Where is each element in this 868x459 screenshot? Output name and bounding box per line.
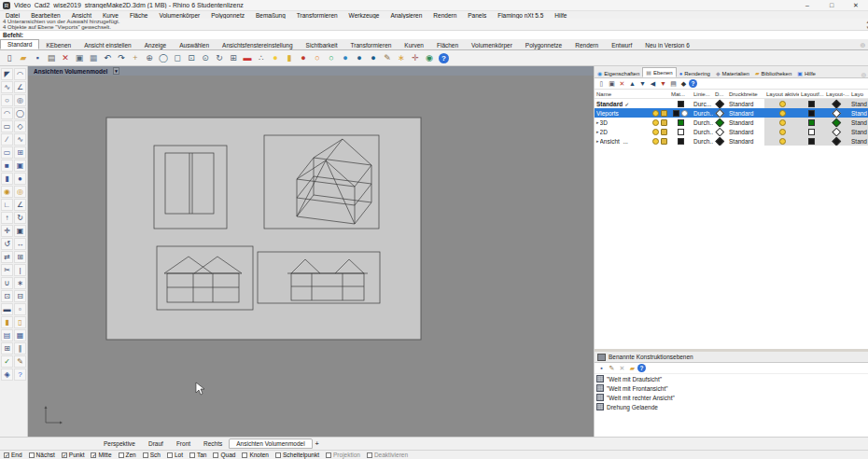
check-select-icon[interactable]: ✓: [1, 355, 13, 368]
cylinder-icon[interactable]: ▮: [1, 173, 13, 185]
rectangle-icon[interactable]: ▭: [1, 120, 13, 132]
layout-canvas[interactable]: [28, 76, 594, 437]
rendered-mode-icon[interactable]: ●: [339, 51, 352, 64]
cplane-item-welt-mit-frontansicht[interactable]: "Welt mit Frontansicht": [595, 383, 868, 393]
join-icon[interactable]: ∪: [1, 277, 13, 289]
osnap-checkbox[interactable]: [143, 452, 148, 458]
layout-on-bulb-icon[interactable]: [779, 138, 786, 145]
named-cplanes-header[interactable]: Benannte Konstruktionsebenen: [595, 352, 868, 363]
toolbar-tab-sichtbarkeit[interactable]: Sichtbarkeit: [300, 41, 344, 49]
select-arrow-icon[interactable]: ◤: [1, 68, 13, 80]
circle-3pt-icon[interactable]: ◎: [14, 94, 26, 106]
print-width-cell[interactable]: Standard: [727, 108, 764, 118]
layer-row-vieports[interactable]: VieportsDurch...StandardStand: [595, 108, 868, 118]
toolbar-tab-ansicht-einstellen[interactable]: Ansicht einstellen: [77, 41, 138, 49]
layer-lock-icon[interactable]: [661, 138, 667, 145]
box-icon[interactable]: ■: [1, 160, 13, 172]
layer-row-standard[interactable]: Standard✓Durc...StandardStand: [595, 99, 868, 108]
help-notes-icon[interactable]: ?: [14, 369, 26, 381]
layer-filter-icon[interactable]: ▤: [668, 79, 679, 89]
zoom-selected-icon[interactable]: ⊙: [199, 51, 212, 64]
toolbar-tab-polygonnetze[interactable]: Polygonnetze: [519, 41, 568, 49]
layout-print-width-cell[interactable]: Stand: [849, 127, 868, 136]
zoom-window-icon[interactable]: ◻: [171, 51, 184, 64]
delete-layer-icon[interactable]: ✕: [617, 79, 627, 89]
tab-gear-icon[interactable]: ◎: [861, 41, 865, 48]
move-down-icon[interactable]: ▼: [637, 79, 648, 89]
show-objects-icon[interactable]: ▫: [14, 303, 26, 315]
new-layer-icon[interactable]: ▯: [596, 79, 607, 89]
column-header-layoutf[interactable]: Layoutf...: [799, 91, 824, 97]
linetype-cell[interactable]: Durch...: [692, 118, 713, 127]
linetype-cell[interactable]: Durch...: [692, 127, 713, 136]
layout-on-bulb-icon[interactable]: [779, 129, 786, 135]
polygon-icon[interactable]: ◇: [14, 120, 26, 132]
layer-row-ansicht[interactable]: ▸Ansicht_...Durch...StandardStand: [595, 136, 868, 146]
menu-rendern[interactable]: Rendern: [427, 12, 462, 19]
scale-tool-icon[interactable]: ↔: [14, 238, 26, 250]
sphere-icon[interactable]: ●: [14, 173, 26, 185]
osnap-scheitelpunkt[interactable]: Scheitelpunkt: [275, 452, 319, 458]
print-color-cell[interactable]: [713, 118, 727, 127]
menu-fl-che[interactable]: Fläche: [124, 12, 154, 19]
cplane-item-welt-mit-rechter-ansicht[interactable]: "Welt mit rechter Ansicht": [595, 393, 868, 402]
ghosted-mode-icon[interactable]: ○: [311, 51, 324, 64]
layer-lock-icon[interactable]: [661, 119, 667, 126]
layout-on-bulb-icon[interactable]: [779, 119, 786, 126]
polyline-icon[interactable]: ∠: [14, 81, 26, 93]
cplane-item-drehung-gelaende[interactable]: Drehung Gelaende: [595, 402, 868, 411]
minimize-button[interactable]: –: [795, 2, 819, 8]
layout-on-cell[interactable]: [764, 136, 799, 146]
material-sphere-icon[interactable]: [681, 110, 688, 117]
layer-color-swatch[interactable]: [678, 119, 684, 126]
new-sublayer-icon[interactable]: ▣: [607, 79, 617, 89]
layer-color-swatch[interactable]: [808, 138, 815, 145]
cut-icon[interactable]: ✕: [59, 51, 72, 64]
artistic-mode-icon[interactable]: ●: [367, 51, 380, 64]
toolbar-tab-transformieren[interactable]: Transformieren: [344, 41, 399, 49]
menu-panels[interactable]: Panels: [462, 12, 492, 19]
osnap-checkbox[interactable]: [326, 452, 331, 458]
osnap-checkbox[interactable]: [189, 452, 195, 458]
help-icon[interactable]: ?: [637, 364, 646, 372]
options-gear-icon[interactable]: ∗: [395, 51, 408, 64]
layout-color-cell[interactable]: [799, 99, 824, 108]
extrude-icon[interactable]: ↑: [1, 212, 13, 224]
osnap-checkbox[interactable]: [167, 452, 173, 458]
print-color-cell[interactable]: [713, 136, 727, 146]
layout-color-cell[interactable]: [799, 136, 824, 146]
arc-icon[interactable]: ◠: [1, 107, 13, 119]
layout-print-color-cell[interactable]: [824, 118, 849, 127]
curve-through-points-icon[interactable]: ∿: [14, 133, 26, 146]
layer-color-swatch[interactable]: [808, 101, 815, 107]
osnap-punkt[interactable]: ✓Punkt: [62, 452, 85, 458]
wireframe-mode-icon[interactable]: ○: [325, 51, 338, 64]
osnap-sch[interactable]: Sch: [143, 452, 161, 458]
osnap-checkbox[interactable]: [275, 452, 281, 458]
paste-icon[interactable]: ▦: [87, 51, 100, 64]
layout-viewport[interactable]: Ansichten Volumenmodel ▾: [28, 66, 594, 437]
osnap-checkbox[interactable]: [29, 452, 35, 458]
viewport-title-bar[interactable]: Ansichten Volumenmodel ▾: [28, 66, 594, 76]
tab-rendering[interactable]: ●Rendering: [677, 70, 713, 77]
layer-color-swatch[interactable]: [678, 138, 684, 145]
viewport-tab-drauf[interactable]: Drauf: [142, 439, 170, 448]
osnap-lot[interactable]: Lot: [167, 452, 183, 458]
lasso-select-icon[interactable]: ◠: [14, 68, 26, 80]
undo-icon[interactable]: ↶: [101, 51, 114, 64]
menu-flamingo-nxt-5-5[interactable]: Flamingo nXt 5.5: [492, 12, 549, 19]
toolbar-tab-ansichtsfenstereinstellung[interactable]: Ansichtsfenstereinstellung: [216, 41, 300, 49]
column-header-layout[interactable]: Layout-...: [824, 91, 849, 97]
osnap-checkbox[interactable]: [242, 452, 247, 458]
layer-on-bulb-icon[interactable]: [652, 119, 659, 126]
print-color-cell[interactable]: [713, 108, 727, 118]
layout-color-cell[interactable]: [799, 108, 824, 118]
unlock-objects-icon[interactable]: ▯: [14, 316, 26, 328]
layer-name-cell[interactable]: Standard✓: [595, 99, 669, 108]
control-point-curve-icon[interactable]: ∿: [1, 81, 13, 93]
open-cplane-icon[interactable]: ▰: [627, 364, 637, 373]
layer-color-swatch[interactable]: [678, 129, 684, 135]
annotate-icon[interactable]: ✎: [381, 51, 394, 64]
layout-print-color-cell[interactable]: [824, 99, 849, 108]
group-icon[interactable]: ⊡: [1, 290, 13, 302]
